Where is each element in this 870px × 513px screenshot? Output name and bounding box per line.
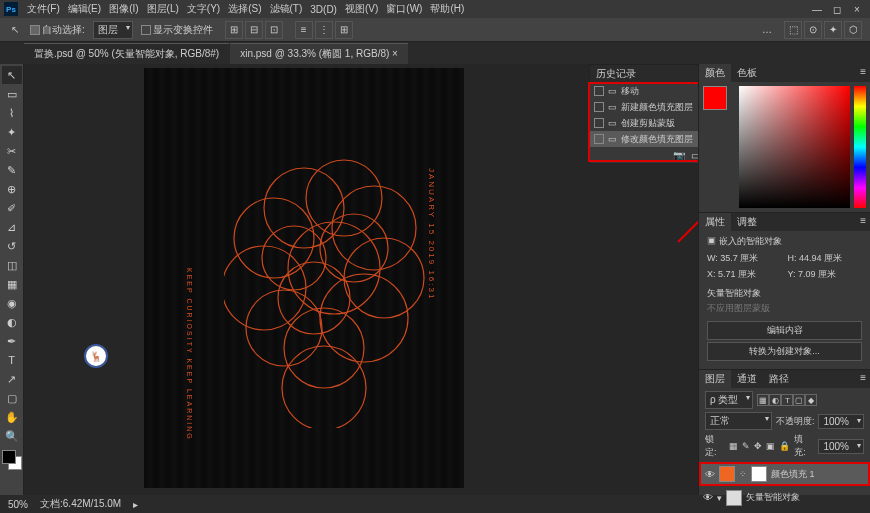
swatches-tab[interactable]: 色板 [731,64,763,82]
visibility-icon[interactable]: 👁 [703,492,713,503]
menu-edit[interactable]: 编辑(E) [65,2,104,16]
menu-select[interactable]: 选择(S) [225,2,264,16]
properties-tab[interactable]: 属性 [699,213,731,231]
menu-image[interactable]: 图像(I) [106,2,141,16]
eyedropper-tool[interactable]: ✎ [2,161,22,179]
menu-file[interactable]: 文件(F) [24,2,63,16]
menu-window[interactable]: 窗口(W) [383,2,425,16]
close-button[interactable]: × [848,4,866,15]
transform-checkbox[interactable] [141,25,151,35]
doc-tab-active[interactable]: 置换.psd @ 50% (矢量智能对象, RGB/8#) [24,43,229,64]
layer-mask-thumb[interactable] [751,466,767,482]
color-tab[interactable]: 颜色 [699,64,731,82]
layer-name[interactable]: 矢量智能对象 [746,491,800,504]
color-field[interactable] [739,86,850,208]
path-tool[interactable]: ↗ [2,370,22,388]
layer-thumb[interactable] [726,490,742,506]
lasso-tool[interactable]: ⌇ [2,104,22,122]
new-doc-icon[interactable]: ▭ [691,150,698,161]
expand-icon[interactable]: ▾ [717,493,722,503]
layer-thumb[interactable] [719,466,735,482]
3d-icon[interactable]: ⬡ [844,21,862,39]
lock-icon[interactable]: 🔒 [779,441,790,451]
pen-tool[interactable]: ✒ [2,332,22,350]
history-item[interactable]: ▭新建颜色填充图层 [590,99,698,115]
zoom-tool[interactable]: 🔍 [2,427,22,445]
stamp-tool[interactable]: ⊿ [2,218,22,236]
visibility-icon[interactable]: 👁 [705,469,715,480]
opacity-input[interactable]: 100% [818,414,864,429]
hand-tool[interactable]: ✋ [2,408,22,426]
filter-icon[interactable]: ◆ [805,394,817,406]
marquee-tool[interactable]: ▭ [2,85,22,103]
menu-filter[interactable]: 滤镜(T) [267,2,306,16]
brush-tool[interactable]: ✐ [2,199,22,217]
color-swatches[interactable] [2,450,22,470]
type-tool[interactable]: T [2,351,22,369]
filter-icon[interactable]: ▦ [757,394,769,406]
gradient-tool[interactable]: ▦ [2,275,22,293]
foreground-color[interactable] [2,450,16,464]
auto-select-dropdown[interactable]: 图层 [93,21,133,39]
filter-icon[interactable]: ▢ [793,394,805,406]
filter-icon[interactable]: ◐ [769,394,781,406]
edit-contents-button[interactable]: 编辑内容 [707,321,862,340]
canvas-area[interactable]: JANUARY 15 2019 16:31 KEEP CURIOSITY KEE… [24,64,698,495]
doc-size[interactable]: 文档:6.42M/15.0M [40,497,121,511]
move-tool[interactable]: ↖ [2,66,22,84]
adjustments-tab[interactable]: 调整 [731,213,763,231]
history-brush-tool[interactable]: ↺ [2,237,22,255]
convert-button[interactable]: 转换为创建对象... [707,342,862,361]
panel-menu-icon[interactable]: ≡ [856,64,870,82]
doc-tab[interactable]: xin.psd @ 33.3% (椭圆 1, RGB/8) × [230,43,408,64]
history-item[interactable]: ▭移动 [590,83,698,99]
blur-tool[interactable]: ◉ [2,294,22,312]
snapshot-icon[interactable]: 📷 [673,150,685,161]
menu-layer[interactable]: 图层(L) [144,2,182,16]
history-item[interactable]: ▭修改颜色填充图层 [590,131,698,147]
menu-help[interactable]: 帮助(H) [427,2,467,16]
distribute-icon[interactable]: ⋮ [315,21,333,39]
dodge-tool[interactable]: ◐ [2,313,22,331]
lock-icon[interactable]: ✎ [742,441,750,451]
heal-tool[interactable]: ⊕ [2,180,22,198]
layer-row[interactable]: 👁 ⁘ 颜色填充 1 [699,462,870,486]
wand-tool[interactable]: ✦ [2,123,22,141]
zoom-value[interactable]: 50% [8,499,28,510]
align-icon[interactable]: ⊡ [265,21,283,39]
lock-icon[interactable]: ✥ [754,441,762,451]
hue-slider[interactable] [854,86,866,208]
canvas[interactable]: JANUARY 15 2019 16:31 KEEP CURIOSITY KEE… [144,68,464,488]
eraser-tool[interactable]: ◫ [2,256,22,274]
channels-tab[interactable]: 通道 [731,370,763,388]
menu-3d[interactable]: 3D(D) [307,4,340,15]
history-item[interactable]: ▭创建剪贴蒙版 [590,115,698,131]
3d-icon[interactable]: ⊙ [804,21,822,39]
layer-row[interactable]: 👁 ▾ 矢量智能对象 [699,486,870,510]
menu-type[interactable]: 文字(Y) [184,2,223,16]
minimize-button[interactable]: — [808,4,826,15]
shape-tool[interactable]: ▢ [2,389,22,407]
paths-tab[interactable]: 路径 [763,370,795,388]
3d-icon[interactable]: ✦ [824,21,842,39]
distribute-icon[interactable]: ⊞ [335,21,353,39]
align-icon[interactable]: ⊟ [245,21,263,39]
panel-menu-icon[interactable]: ≡ [856,370,870,388]
layer-name[interactable]: 颜色填充 1 [771,468,815,481]
filter-kind-dropdown[interactable]: ρ 类型 [705,391,753,409]
menu-view[interactable]: 视图(V) [342,2,381,16]
lock-icon[interactable]: ▣ [766,441,775,451]
fill-input[interactable]: 100% [818,439,864,454]
filter-icon[interactable]: T [781,394,793,406]
panel-menu-icon[interactable]: ≡ [856,213,870,231]
color-preview[interactable] [703,86,735,208]
restore-button[interactable]: ◻ [828,4,846,15]
lock-icon[interactable]: ▦ [729,441,738,451]
layers-tab[interactable]: 图层 [699,370,731,388]
align-icon[interactable]: ⊞ [225,21,243,39]
crop-tool[interactable]: ✂ [2,142,22,160]
blend-mode-dropdown[interactable]: 正常 [705,412,772,430]
3d-icon[interactable]: ⬚ [784,21,802,39]
auto-select-checkbox[interactable] [30,25,40,35]
distribute-icon[interactable]: ≡ [295,21,313,39]
